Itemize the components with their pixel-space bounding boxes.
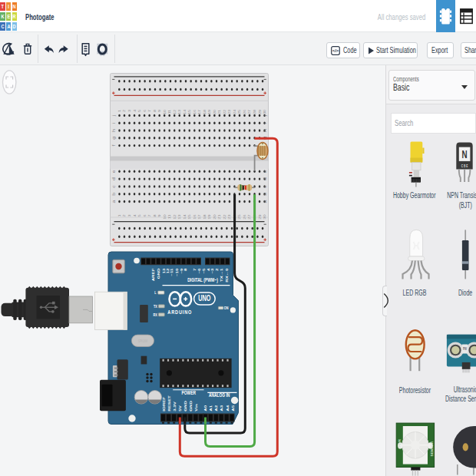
- svg-text:6: 6: [143, 214, 146, 217]
- svg-text:TX: TX: [154, 305, 158, 309]
- svg-text:1: 1: [118, 109, 121, 111]
- svg-text:GND: GND: [183, 401, 187, 412]
- svg-text:c: c: [263, 185, 267, 187]
- svg-text:d: d: [263, 177, 267, 180]
- svg-text:16: 16: [193, 214, 196, 220]
- svg-text:18: 18: [203, 109, 206, 114]
- svg-text:d: d: [112, 177, 116, 180]
- svg-text:SPK16M: SPK16M: [138, 339, 147, 343]
- svg-text:2: 2: [215, 268, 219, 270]
- svg-text:RX←0: RX←0: [225, 268, 229, 282]
- svg-text:A5: A5: [231, 405, 235, 412]
- svg-text:22: 22: [223, 214, 226, 220]
- svg-text:Vin: Vin: [194, 404, 198, 412]
- svg-text:15: 15: [188, 214, 191, 220]
- svg-text:~10: ~10: [175, 268, 179, 276]
- svg-text:3.3V: 3.3V: [173, 402, 177, 412]
- svg-text:h: h: [263, 129, 267, 132]
- svg-text:11: 11: [168, 109, 171, 114]
- svg-text:7: 7: [148, 214, 151, 217]
- svg-text:10: 10: [163, 214, 166, 220]
- svg-text:GND: GND: [189, 401, 193, 412]
- svg-text:i: i: [263, 122, 267, 124]
- svg-text:N: N: [462, 148, 468, 160]
- svg-text:ARDUINO: ARDUINO: [167, 309, 192, 315]
- svg-text:25: 25: [238, 214, 241, 220]
- svg-text:PW: PW: [463, 346, 467, 351]
- svg-text:9: 9: [158, 214, 161, 217]
- svg-text:L: L: [154, 291, 156, 296]
- svg-text:A0: A0: [203, 405, 207, 412]
- svg-text:20: 20: [213, 109, 217, 114]
- svg-text:13: 13: [178, 109, 181, 114]
- svg-text:ON: ON: [224, 306, 229, 311]
- svg-text:RX: RX: [154, 313, 158, 318]
- svg-text:29: 29: [258, 214, 261, 220]
- svg-text:8: 8: [153, 109, 156, 111]
- svg-text:19: 19: [208, 109, 211, 114]
- svg-text:j: j: [112, 115, 116, 117]
- svg-text:4: 4: [133, 214, 136, 217]
- svg-text:~5: ~5: [202, 268, 206, 273]
- svg-text:21: 21: [218, 109, 221, 114]
- svg-text:ANALOG IN: ANALOG IN: [209, 393, 230, 398]
- svg-text:i: i: [112, 122, 116, 124]
- svg-text:SENSOR: SENSOR: [431, 441, 434, 457]
- svg-text:6: 6: [143, 109, 146, 111]
- svg-text:A3: A3: [220, 405, 223, 412]
- svg-text:C B E: C B E: [461, 164, 468, 168]
- svg-text:5: 5: [138, 214, 141, 217]
- svg-text:20: 20: [213, 214, 217, 220]
- svg-text:5V: 5V: [178, 405, 182, 412]
- svg-text:4: 4: [207, 268, 210, 270]
- svg-text:17: 17: [198, 109, 201, 114]
- svg-text:IOREF: IOREF: [162, 396, 166, 412]
- svg-text:23: 23: [228, 109, 231, 114]
- svg-text:12: 12: [166, 268, 170, 273]
- svg-text:27: 27: [248, 214, 251, 220]
- svg-text:30: 30: [263, 109, 266, 114]
- svg-text:19: 19: [208, 214, 211, 220]
- svg-text:AREF: AREF: [151, 268, 155, 282]
- svg-text:3: 3: [128, 109, 131, 111]
- svg-text:RESET: RESET: [167, 395, 171, 411]
- svg-text:13: 13: [162, 268, 166, 273]
- svg-text:2: 2: [123, 109, 126, 111]
- svg-text:7: 7: [193, 268, 197, 270]
- svg-text:12: 12: [173, 214, 176, 220]
- svg-text:j: j: [263, 115, 267, 117]
- svg-text:PWR: PWR: [398, 439, 401, 448]
- svg-text:DIGITAL (PWM~): DIGITAL (PWM~): [187, 276, 218, 283]
- svg-text:29: 29: [258, 109, 261, 114]
- svg-text:14: 14: [183, 214, 186, 220]
- svg-text:~11: ~11: [170, 268, 174, 276]
- svg-text:1: 1: [118, 214, 121, 217]
- svg-text:14: 14: [183, 109, 186, 114]
- svg-text:4: 4: [133, 109, 136, 111]
- svg-text:c: c: [112, 185, 116, 187]
- svg-text:13: 13: [178, 214, 181, 220]
- svg-text:17: 17: [198, 214, 201, 220]
- svg-text:12: 12: [173, 109, 176, 114]
- svg-text:22: 22: [223, 109, 226, 114]
- svg-text:18: 18: [203, 214, 206, 220]
- svg-text:24: 24: [233, 109, 236, 114]
- svg-text:~6: ~6: [197, 268, 201, 273]
- svg-text:15: 15: [188, 109, 191, 114]
- svg-text:16: 16: [193, 109, 196, 114]
- svg-text:8: 8: [183, 268, 187, 270]
- svg-text:g: g: [112, 137, 116, 140]
- svg-text:26: 26: [243, 109, 246, 114]
- svg-text:9: 9: [158, 109, 161, 111]
- svg-text:A2: A2: [214, 405, 218, 412]
- svg-text:8: 8: [153, 214, 156, 217]
- svg-text:2: 2: [123, 214, 126, 217]
- svg-text:23: 23: [228, 214, 231, 220]
- svg-text:TX→1: TX→1: [220, 268, 223, 282]
- svg-text:3: 3: [128, 214, 131, 217]
- svg-text:27: 27: [248, 109, 251, 114]
- svg-text:7: 7: [148, 109, 151, 111]
- svg-text:28: 28: [253, 109, 256, 114]
- svg-text:25: 25: [238, 109, 241, 114]
- svg-text:~9: ~9: [180, 268, 183, 273]
